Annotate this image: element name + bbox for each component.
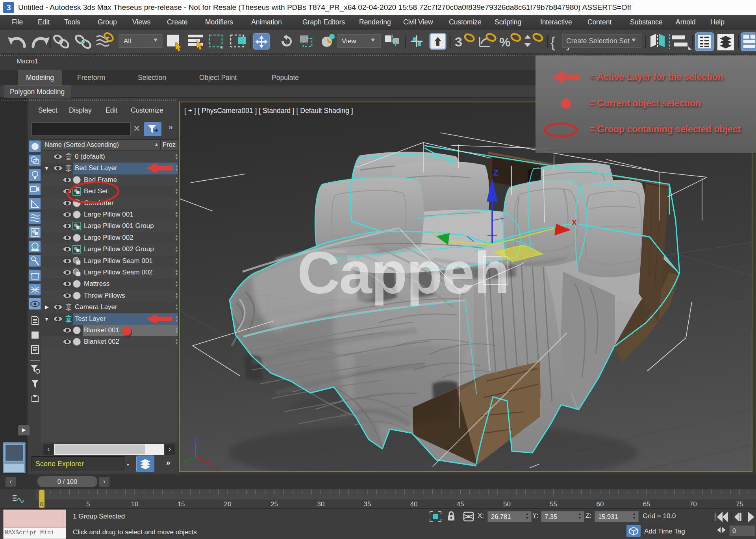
svg-text:x: x xyxy=(211,461,214,468)
svg-text:Y: Y xyxy=(432,229,438,238)
svg-text:5: 5 xyxy=(86,500,90,508)
svg-text:10: 10 xyxy=(131,500,138,508)
svg-text:0: 0 xyxy=(40,501,43,508)
svg-text:65: 65 xyxy=(643,500,650,508)
svg-text:55: 55 xyxy=(550,500,557,508)
svg-text:X: X xyxy=(572,218,577,227)
svg-text:25: 25 xyxy=(271,500,278,508)
svg-text:%: % xyxy=(499,35,510,49)
svg-text:40: 40 xyxy=(410,500,418,508)
svg-text:Cappeh: Cappeh xyxy=(297,240,509,306)
svg-text:20: 20 xyxy=(224,500,232,508)
svg-text:View: View xyxy=(342,37,356,45)
svg-text:75: 75 xyxy=(736,500,743,508)
svg-text:Z: Z xyxy=(194,437,197,444)
svg-text:30: 30 xyxy=(317,500,324,508)
svg-text:{: { xyxy=(550,34,555,50)
svg-text:Create Selection Set: Create Selection Set xyxy=(566,37,630,45)
svg-text:15: 15 xyxy=(178,500,185,508)
svg-text:45: 45 xyxy=(457,500,464,508)
svg-text:50: 50 xyxy=(503,500,511,508)
svg-text:35: 35 xyxy=(363,500,371,508)
svg-text:Z: Z xyxy=(493,169,498,177)
svg-text:70: 70 xyxy=(689,500,697,508)
svg-text:60: 60 xyxy=(596,500,604,508)
svg-text:All: All xyxy=(124,37,131,45)
svg-text:3: 3 xyxy=(455,34,462,49)
